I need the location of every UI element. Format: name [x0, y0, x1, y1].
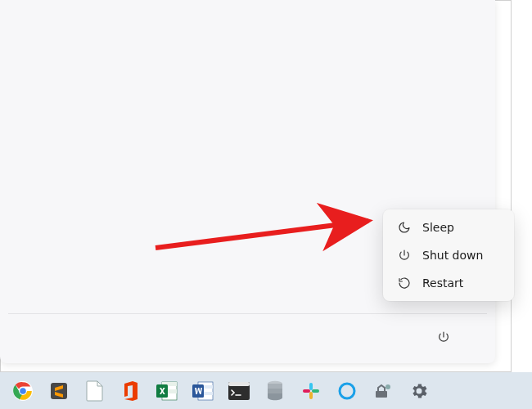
taskbar-icon-word[interactable] [185, 373, 221, 409]
start-menu-panel [0, 0, 495, 363]
database-icon [266, 380, 284, 402]
svg-rect-19 [303, 389, 310, 393]
power-menu-item-shutdown[interactable]: Shut down [386, 241, 511, 269]
svg-point-22 [385, 384, 390, 389]
taskbar-icon-slack[interactable] [293, 373, 329, 409]
terminal-icon [228, 382, 250, 400]
power-icon [398, 249, 411, 262]
office-icon [121, 380, 141, 402]
power-menu-item-sleep[interactable]: Sleep [386, 213, 511, 241]
slack-icon [301, 381, 321, 401]
taskbar-icon-office[interactable] [113, 373, 149, 409]
taskbar [0, 372, 532, 409]
chrome-icon [12, 380, 34, 402]
taskbar-icon-cortana[interactable] [329, 373, 365, 409]
taskbar-icon-settings[interactable] [401, 373, 437, 409]
sublime-icon [49, 381, 69, 401]
taskbar-icon-tool[interactable] [365, 373, 401, 409]
svg-rect-17 [312, 389, 319, 393]
power-menu-label: Sleep [422, 221, 454, 234]
tool-icon [373, 381, 393, 401]
taskbar-icon-chrome[interactable] [5, 373, 41, 409]
power-menu-label: Restart [422, 276, 463, 290]
svg-rect-21 [376, 391, 387, 398]
taskbar-icon-excel[interactable] [149, 373, 185, 409]
power-menu-label: Shut down [422, 249, 483, 262]
power-icon [437, 330, 450, 344]
svg-rect-14 [228, 382, 250, 386]
taskbar-icon-terminal[interactable] [221, 373, 257, 409]
screenshot-root: Sleep Shut down Restart [0, 0, 532, 409]
excel-icon [156, 381, 178, 401]
taskbar-icon-database[interactable] [257, 373, 293, 409]
svg-rect-16 [309, 383, 313, 390]
settings-icon [409, 381, 429, 401]
word-icon [192, 381, 214, 401]
taskbar-icon-notepad[interactable] [77, 373, 113, 409]
svg-rect-18 [309, 392, 313, 399]
svg-rect-4 [51, 383, 67, 399]
svg-point-3 [20, 388, 26, 394]
moon-icon [398, 221, 411, 234]
power-button[interactable] [429, 322, 458, 352]
cortana-icon [337, 381, 357, 401]
taskbar-icon-sublime[interactable] [41, 373, 77, 409]
power-menu-item-restart[interactable]: Restart [386, 269, 511, 297]
svg-rect-12 [192, 384, 204, 398]
notepad-icon [86, 380, 104, 402]
panel-divider [8, 313, 487, 314]
svg-point-20 [340, 384, 354, 398]
restart-icon [398, 276, 411, 290]
power-menu: Sleep Shut down Restart [383, 209, 514, 301]
